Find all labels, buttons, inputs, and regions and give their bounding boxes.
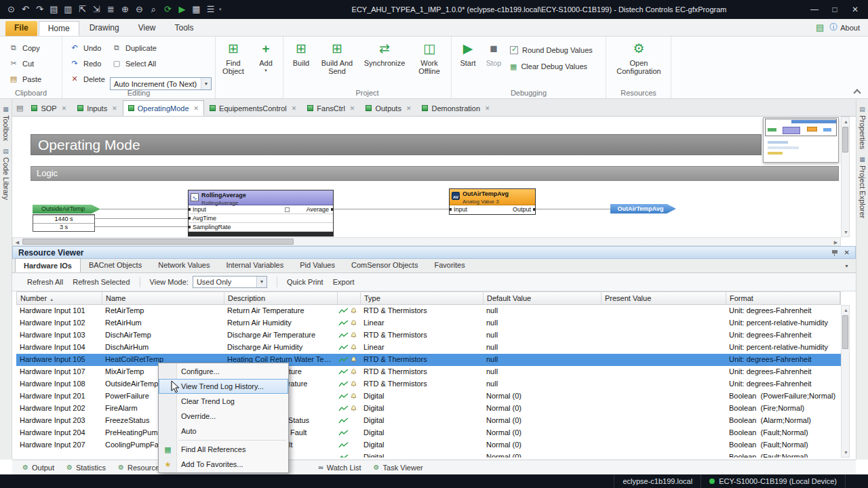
close-tab-icon[interactable]: ✕	[406, 105, 412, 112]
constant-value[interactable]: 3 s	[33, 223, 94, 231]
resource-viewer-tab[interactable]: Hardware IOs	[15, 258, 81, 272]
menu-tab[interactable]: Drawing	[81, 21, 128, 36]
export-button[interactable]: Export	[333, 278, 355, 286]
column-header[interactable]: Type▲	[361, 292, 484, 304]
add-button[interactable]: Add ▾	[252, 40, 279, 73]
column-header[interactable]: Number▲	[17, 292, 102, 304]
zoom-in-icon[interactable]	[118, 0, 132, 19]
table-row[interactable]: Hardware Input 105 HeatCoilRetTemp Heati…	[16, 354, 841, 366]
save-icon[interactable]	[47, 0, 61, 19]
power-icon[interactable]	[4, 0, 18, 19]
bottom-panel-tab[interactable]: Statistics	[60, 461, 112, 474]
document-tab[interactable]: FansCtrl ✕	[302, 100, 360, 116]
bottom-panel-tab[interactable]: Output	[16, 461, 60, 474]
column-header[interactable]: Format▲	[726, 292, 840, 304]
build-and-send-button[interactable]: Build And Send	[316, 40, 358, 75]
logic-canvas[interactable]: Operating Mode Logic OutsideAirTemp 1440…	[12, 117, 856, 246]
delete-button[interactable]: Delete	[68, 71, 107, 87]
select-all-button[interactable]: Select All	[110, 56, 159, 71]
canvas-vertical-scrollbar[interactable]: ▲ ▼	[841, 117, 850, 237]
clear-debug-values-button[interactable]: Clear Debug Values	[510, 58, 593, 75]
import-page-icon[interactable]	[90, 0, 104, 19]
collapse-ribbon-button[interactable]	[854, 88, 860, 94]
round-debug-values-checkbox[interactable]: Round Debug Values	[510, 42, 593, 58]
context-menu-item[interactable]: Find All References	[159, 442, 288, 457]
dock-tab[interactable]: Project Explorer	[856, 156, 868, 218]
output-port[interactable]	[533, 208, 536, 211]
context-menu-item[interactable]: Clear Trend Log	[159, 394, 288, 409]
context-menu-item[interactable]: Override...	[159, 409, 288, 424]
resource-viewer-tab[interactable]: Internal Variables	[218, 258, 292, 272]
table-row[interactable]: Hardware Input 104 DischAirHum Discharge…	[16, 342, 841, 354]
redo-icon[interactable]	[33, 0, 47, 19]
bottom-panel-tab[interactable]: Watch List	[313, 461, 368, 474]
scroll-right-icon[interactable]: ▶	[831, 238, 840, 246]
minimize-button[interactable]: —	[804, 5, 825, 14]
pin-icon[interactable]	[832, 250, 837, 253]
dock-tab[interactable]: Properties	[856, 106, 868, 149]
output-port[interactable]	[331, 208, 334, 211]
menu-tab[interactable]: Home	[39, 21, 79, 36]
page-icon[interactable]	[16, 104, 23, 113]
table-row[interactable]: Hardware Input 202 FireAlarm Fire Alarm …	[16, 403, 841, 415]
run-icon[interactable]	[175, 0, 189, 19]
table-row[interactable]: Hardware Input 101 RetAirTemp Return Air…	[16, 305, 841, 317]
copy-button[interactable]: Copy	[7, 40, 43, 56]
document-tab[interactable]: OperatingMode ✕	[123, 100, 204, 116]
close-tab-icon[interactable]: ✕	[350, 105, 355, 112]
column-header[interactable]: Present Value▲	[601, 292, 726, 304]
close-tab-icon[interactable]: ✕	[194, 105, 199, 112]
about-button[interactable]: ⓘ About	[829, 22, 860, 33]
table-row[interactable]: Hardware Input 103 DischAirTemp Discharg…	[16, 329, 841, 342]
scroll-down-icon[interactable]: ▼	[842, 448, 850, 457]
outairtempavg-block[interactable]: OutAirTempAvg Analog Value 3 Input Outpu…	[449, 188, 536, 215]
scroll-up-icon[interactable]: ▲	[842, 117, 850, 126]
column-header[interactable]: Name▲	[102, 292, 224, 304]
resource-viewer-tab[interactable]: BACnet Objects	[81, 258, 150, 272]
context-menu-item[interactable]: Auto	[159, 424, 288, 439]
close-tab-icon[interactable]: ✕	[112, 105, 117, 112]
undo-icon[interactable]	[18, 0, 33, 19]
paste-button[interactable]: Paste	[7, 71, 43, 87]
redo-button[interactable]: Redo	[68, 56, 107, 71]
refresh-all-button[interactable]: Refresh All	[27, 278, 63, 286]
constant-value[interactable]: 1440 s	[33, 215, 94, 223]
column-header[interactable]: ▲	[338, 292, 361, 304]
menu-tab[interactable]: File	[5, 21, 37, 36]
context-menu-item[interactable]: Configure...	[159, 364, 288, 379]
quick-print-button[interactable]: Quick Print	[287, 278, 323, 286]
table-row[interactable]: Hardware Input 207 CoolingPumpFault Cool…	[16, 439, 841, 451]
table-vertical-scrollbar[interactable]: ▲ ▼	[841, 305, 850, 458]
menu-tab[interactable]: Tools	[166, 21, 203, 36]
canvas-horizontal-scrollbar[interactable]: ◀ ▶	[12, 237, 841, 246]
menu-tab[interactable]: View	[130, 21, 165, 36]
sync-icon[interactable]	[161, 0, 175, 19]
scrollbar-thumb[interactable]	[842, 315, 848, 349]
table-row[interactable]: Hardware Input 204 PreHeatingPumpF Pre H…	[16, 427, 841, 439]
column-header[interactable]: Default Value▲	[484, 292, 601, 304]
rollingaverage-block[interactable]: RollingAverage RollingAverage Input Aver…	[188, 190, 334, 237]
toolbar-overflow-caret[interactable]: ▾	[219, 7, 222, 12]
column-header[interactable]: Description▲	[224, 292, 338, 304]
scrollbar-thumb[interactable]	[842, 127, 848, 152]
work-offline-button[interactable]: Work Offline	[411, 40, 448, 75]
table-row[interactable]: Hardware Input 108 OutsideAirTemp Outsid…	[16, 378, 841, 390]
grid-icon[interactable]	[189, 0, 203, 19]
table-row[interactable]: Hardware Input 201 PowerFailure Power Fa…	[16, 390, 841, 403]
document-tab[interactable]: Demonstration ✕	[416, 100, 495, 116]
input-port[interactable]	[188, 208, 191, 211]
zoom-out-icon[interactable]	[132, 0, 146, 19]
scroll-down-icon[interactable]: ▼	[842, 228, 850, 237]
stop-button[interactable]: Stop	[481, 40, 506, 67]
help-pages-icon[interactable]	[816, 22, 824, 33]
search-icon[interactable]	[146, 0, 161, 19]
duplicate-button[interactable]: Duplicate	[110, 40, 159, 56]
table-row[interactable]: Hardware Input 203 FreezeStatus Freeze P…	[16, 415, 841, 427]
synchronize-button[interactable]: Synchronize	[361, 40, 408, 67]
input-port[interactable]	[449, 208, 452, 211]
close-tab-icon[interactable]: ✕	[62, 105, 67, 112]
table-row[interactable]: Hardware Input 102 RetAirHum Return Air …	[16, 317, 841, 329]
document-tab[interactable]: EquipementsControl ✕	[204, 100, 302, 116]
document-tab[interactable]: SOP ✕	[26, 100, 72, 116]
close-panel-icon[interactable]: ✕	[844, 249, 850, 256]
